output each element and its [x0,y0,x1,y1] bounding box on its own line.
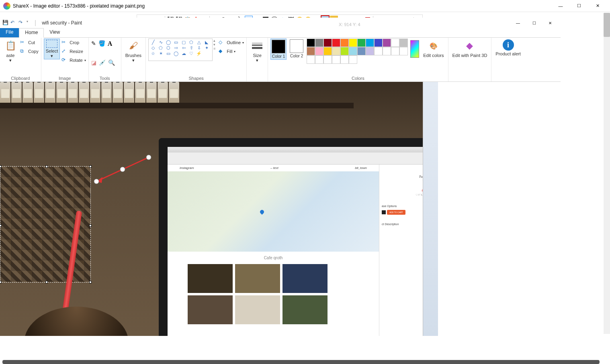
palette-color[interactable] [323,55,332,64]
palette-color[interactable] [307,47,315,55]
minimize-button[interactable]: — [551,0,570,12]
resize-button[interactable]: ⤢Resize [61,47,86,55]
palette-color[interactable] [399,39,408,47]
paint-close-button[interactable]: ✕ [542,18,558,28]
shape-arrow-r-icon[interactable]: ⇨ [172,45,180,51]
canvas-red-arrow[interactable] [88,154,153,188]
shape-line-icon[interactable]: ╱ [149,40,157,45]
svg-point-5 [120,167,125,172]
shape-pentagon-icon[interactable]: ⬠ [157,45,164,51]
palette-color[interactable] [340,55,349,64]
redo-icon[interactable]: ↷ [18,20,25,26]
shape-6star-icon[interactable]: ✶ [157,51,164,56]
palette-color[interactable] [366,47,374,55]
paint-maximize-button[interactable]: ☐ [526,18,542,28]
file-tab[interactable]: File [0,28,19,37]
bottom-scrollbar[interactable] [2,360,600,364]
paint-canvas[interactable]: Instagram – text bit_town Cafe qroth [0,82,438,336]
rotate-button[interactable]: ⟳Rotate ▾ [61,56,86,64]
gallery-more-icon[interactable]: ≡ [213,47,215,51]
shape-callout-rect-icon[interactable]: ▭ [165,51,172,56]
picker-icon[interactable]: 💉 [99,59,106,66]
shape-heart-icon[interactable]: ♡ [188,51,195,56]
edit-colors-button[interactable]: 🎨 Edit colors [422,39,445,59]
save-icon[interactable]: 💾 [2,20,9,26]
shape-curve-icon[interactable]: ∿ [157,40,164,45]
palette-color[interactable] [315,55,323,64]
gallery-down-icon[interactable]: ▾ [213,43,215,47]
palette-color[interactable] [332,55,340,64]
outer-scrollbar[interactable] [604,13,610,334]
paint3d-button[interactable]: ◆ Edit with Paint 3D [451,39,489,59]
palette-color[interactable] [366,39,374,47]
palette-color[interactable] [340,39,349,47]
paint3d-icon: ◆ [463,39,476,52]
shapes-gallery[interactable]: ╱∿◯▭▢⬠△◣ ◇⬠⬡⇨⇦⇧⇩✦ ☆✶▭◯☁♡⚡ [148,39,213,61]
fill-icon[interactable]: 🪣 [98,40,105,47]
undo-icon[interactable]: ↶ [10,20,17,26]
paint-minimize-button[interactable]: — [510,18,526,28]
palette-color[interactable] [315,39,323,47]
text-icon[interactable]: A [108,40,113,47]
eraser-icon[interactable]: ◪ [91,59,96,66]
outline-button[interactable]: ◇Outline ▾ [219,39,244,47]
fill-button[interactable]: ◆Fill ▾ [219,47,244,55]
magnifier-icon[interactable]: 🔍 [108,59,115,66]
paste-button[interactable]: 📋 aste▾ [2,39,18,63]
palette-color[interactable] [374,39,383,47]
palette-color[interactable] [374,47,383,55]
size-button[interactable]: Size▾ [249,39,265,63]
palette-color[interactable] [307,55,315,64]
scrollbar-thumb[interactable] [604,13,610,37]
select-button[interactable]: Select▾ [44,39,60,59]
color2-button[interactable]: Color 2 [289,39,304,59]
gallery-up-icon[interactable]: ▴ [213,39,215,43]
palette-color[interactable] [383,39,391,47]
shape-tri-icon[interactable]: △ [195,40,203,45]
palette-color[interactable] [357,47,366,55]
shape-callout-oval-icon[interactable]: ◯ [172,51,180,56]
shape-callout-cloud-icon[interactable]: ☁ [180,51,187,56]
copy-button[interactable]: ⧉Copy [20,47,39,55]
shape-oval-icon[interactable]: ◯ [165,40,172,45]
shape-hexagon-icon[interactable]: ⬡ [165,45,172,51]
shape-rtri-icon[interactable]: ◣ [203,40,210,45]
color1-button[interactable]: Color 1 [270,39,287,60]
palette-color[interactable] [357,39,366,47]
shape-arrow-u-icon[interactable]: ⇧ [188,45,195,51]
palette-color[interactable] [391,39,399,47]
qat-dropdown-icon[interactable]: ▾ [27,20,33,26]
palette-color[interactable] [332,47,340,55]
shape-lightning-icon[interactable]: ⚡ [195,51,203,56]
palette-color[interactable] [391,47,399,55]
palette-color[interactable] [349,55,357,64]
palette-color[interactable] [399,47,408,55]
palette-color[interactable] [349,39,357,47]
pencil-icon[interactable]: ✎ [91,40,96,47]
shape-5star-icon[interactable]: ☆ [149,51,157,56]
fill-shape-icon: ◆ [219,48,225,55]
shape-arrow-d-icon[interactable]: ⇩ [195,45,203,51]
maximize-button[interactable]: ☐ [570,0,588,12]
shape-rect-icon[interactable]: ▭ [172,40,180,45]
product-alert-button[interactable]: i Product alert [494,39,522,57]
cut-button[interactable]: ✂Cut [20,39,39,47]
shape-4star-icon[interactable]: ✦ [203,45,210,51]
palette-color[interactable] [340,47,349,55]
close-button[interactable]: ✕ [588,0,607,12]
palette-color[interactable] [383,47,391,55]
palette-color[interactable] [323,39,332,47]
view-tab[interactable]: View [44,28,66,37]
home-tab[interactable]: Home [19,28,44,38]
shape-diamond-icon[interactable]: ◇ [149,45,157,51]
palette-color[interactable] [323,47,332,55]
shape-poly-icon[interactable]: ⬠ [188,40,195,45]
crop-button[interactable]: ✂Crop [61,39,86,47]
palette-color[interactable] [349,47,357,55]
shape-roundrect-icon[interactable]: ▢ [180,40,187,45]
shape-arrow-l-icon[interactable]: ⇦ [180,45,187,51]
palette-color[interactable] [315,47,323,55]
brushes-button[interactable]: 🖌 Brushes▾ [124,39,143,63]
palette-color[interactable] [332,39,340,47]
palette-color[interactable] [307,39,315,47]
